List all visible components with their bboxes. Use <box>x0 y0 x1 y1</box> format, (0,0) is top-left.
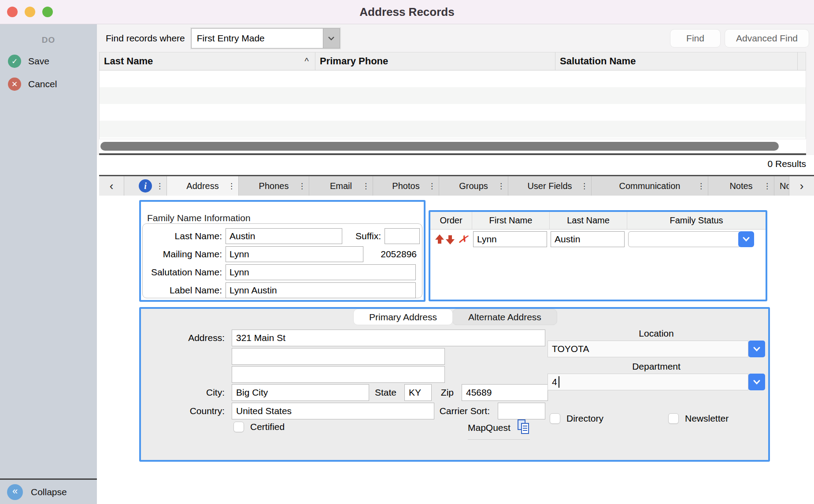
order-column-header: Order <box>430 212 472 229</box>
address-label: Address: <box>141 330 229 346</box>
tab-alternate-address[interactable]: Alternate Address <box>452 309 557 325</box>
tab-truncated[interactable]: No <box>774 176 789 196</box>
chevron-down-icon <box>323 29 340 48</box>
newsletter-checkbox-row: Newsletter <box>668 413 729 424</box>
find-filter-dropdown[interactable]: First Entry Made <box>191 28 340 48</box>
tab-info[interactable]: i ⋮ <box>124 176 167 196</box>
tab-menu-dots-icon[interactable]: ⋮ <box>228 182 235 191</box>
find-button[interactable]: Find <box>670 29 721 48</box>
column-header-primary-phone[interactable]: Primary Phone <box>315 52 555 70</box>
cancel-x-icon: ✕ <box>8 78 21 91</box>
sidebar: DO ✓ Save ✕ Cancel <box>0 24 97 504</box>
family-status-column-header: Family Status <box>627 212 766 229</box>
text-cursor <box>559 376 559 388</box>
last-name-field[interactable] <box>226 228 342 244</box>
address-line2-field[interactable] <box>232 348 445 365</box>
label-name-label: Label Name: <box>143 285 226 296</box>
table-row <box>100 87 806 104</box>
certified-checkbox[interactable] <box>233 422 244 432</box>
tab-groups[interactable]: Groups⋮ <box>439 176 508 196</box>
family-status-value[interactable] <box>628 231 741 247</box>
country-field[interactable] <box>232 403 434 419</box>
save-button[interactable]: ✓ Save <box>8 55 97 68</box>
sort-ascending-icon: ^ <box>305 56 315 67</box>
column-header-spacer <box>798 52 806 70</box>
family-status-dropdown-button[interactable] <box>738 231 754 247</box>
tab-menu-dots-icon[interactable]: ⋮ <box>156 182 163 191</box>
table-row <box>100 121 806 137</box>
column-header-salutation-name[interactable]: Salutation Name <box>555 52 798 70</box>
directory-checkbox[interactable] <box>550 413 560 424</box>
department-value[interactable]: 4 <box>548 374 748 390</box>
location-label: Location <box>548 328 765 339</box>
family-status-combo[interactable] <box>628 231 754 247</box>
tab-user-fields[interactable]: User Fields⋮ <box>508 176 592 196</box>
tab-notes[interactable]: Notes⋮ <box>708 176 774 196</box>
tab-menu-dots-icon[interactable]: ⋮ <box>763 182 771 191</box>
tab-photos[interactable]: Photos⋮ <box>373 176 439 196</box>
tab-communication[interactable]: Communication⋮ <box>592 176 708 196</box>
zip-field[interactable] <box>462 384 548 401</box>
family-name-panel: Family Name Information Last Name: Suffi… <box>139 200 426 302</box>
scrollbar-thumb[interactable] <box>100 142 779 151</box>
family-name-fieldset: Last Name: Suffix: Mailing Name: 2052896… <box>142 223 422 298</box>
collapse-button[interactable]: « Collapse <box>0 478 97 504</box>
state-field[interactable] <box>404 384 432 401</box>
address-line3-field[interactable] <box>232 366 445 383</box>
certified-checkbox-row: Certified <box>233 422 285 432</box>
delete-member-icon[interactable]: ✗ <box>457 232 469 247</box>
advanced-find-button[interactable]: Advanced Find <box>725 29 809 48</box>
tab-address[interactable]: Address⋮ <box>167 176 239 196</box>
find-where-label: Find records where <box>106 33 185 44</box>
label-name-field[interactable] <box>226 282 416 298</box>
tab-email[interactable]: Email⋮ <box>309 176 373 196</box>
tab-phones[interactable]: Phones⋮ <box>239 176 309 196</box>
salutation-name-field[interactable] <box>226 264 416 280</box>
location-dropdown-button[interactable] <box>748 341 765 357</box>
location-value[interactable]: TOYOTA <box>548 341 748 357</box>
city-field[interactable] <box>232 384 369 401</box>
department-combo[interactable]: 4 <box>548 374 765 390</box>
address-line1-field[interactable] <box>232 330 545 346</box>
save-check-icon: ✓ <box>8 55 21 68</box>
mapquest-button[interactable]: MapQuest <box>468 419 530 440</box>
member-last-name-field[interactable] <box>551 231 625 247</box>
tabs-scroll-right-button[interactable]: › <box>789 176 814 196</box>
tab-menu-dots-icon[interactable]: ⋮ <box>497 182 505 191</box>
family-members-panel: Order First Name Last Name Family Status… <box>429 210 767 301</box>
copy-document-icon[interactable] <box>517 419 530 437</box>
table-row <box>100 70 806 87</box>
first-name-column-header: First Name <box>472 212 550 229</box>
table-bottom-divider <box>99 153 806 155</box>
directory-checkbox-row: Directory <box>550 413 603 424</box>
mailing-name-field[interactable] <box>226 246 363 262</box>
move-up-icon[interactable] <box>435 234 444 245</box>
tabs-scroll-left-button[interactable]: ‹ <box>99 176 124 196</box>
state-label: State <box>370 384 401 401</box>
directory-label: Directory <box>566 413 603 424</box>
salutation-name-label: Salutation Name: <box>143 267 226 278</box>
find-bar: Find records where First Entry Made Find… <box>97 24 814 52</box>
department-dropdown-button[interactable] <box>748 374 765 390</box>
family-name-panel-title: Family Name Information <box>147 213 251 223</box>
tab-menu-dots-icon[interactable]: ⋮ <box>697 182 705 191</box>
suffix-field[interactable] <box>385 228 420 244</box>
table-row <box>100 104 806 121</box>
find-filter-value: First Entry Made <box>192 33 323 44</box>
order-cell: ✗ <box>430 233 472 246</box>
sidebar-header: DO <box>0 35 97 45</box>
tab-menu-dots-icon[interactable]: ⋮ <box>298 182 306 191</box>
member-first-name-field[interactable] <box>473 231 547 247</box>
tab-primary-address[interactable]: Primary Address <box>353 309 453 325</box>
cancel-button[interactable]: ✕ Cancel <box>8 78 97 91</box>
column-header-last-name[interactable]: Last Name ^ <box>100 52 315 70</box>
tab-menu-dots-icon[interactable]: ⋮ <box>362 182 370 191</box>
record-id: 2052896 <box>363 249 422 259</box>
tab-menu-dots-icon[interactable]: ⋮ <box>581 182 588 191</box>
move-down-icon[interactable] <box>446 234 455 245</box>
last-name-label: Last Name: <box>143 231 226 241</box>
tab-menu-dots-icon[interactable]: ⋮ <box>428 182 436 191</box>
newsletter-checkbox[interactable] <box>668 413 679 424</box>
carrier-sort-field[interactable] <box>498 403 545 419</box>
location-combo[interactable]: TOYOTA <box>548 341 765 357</box>
